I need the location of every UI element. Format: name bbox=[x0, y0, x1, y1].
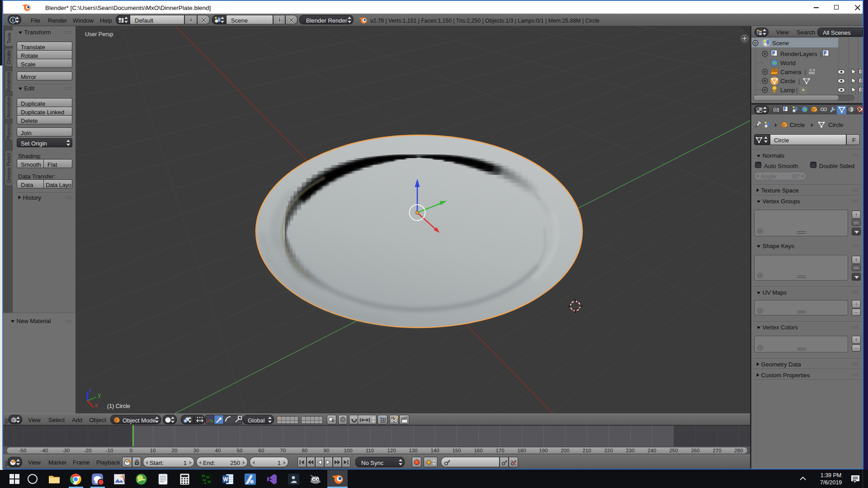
svg-text:10: 10 bbox=[202, 474, 205, 478]
svg-text:-10: -10 bbox=[106, 448, 113, 453]
svg-text:190: 190 bbox=[539, 448, 547, 453]
svg-text:-50: -50 bbox=[19, 448, 27, 453]
svg-text:-20: -20 bbox=[84, 448, 92, 453]
svg-text:100: 100 bbox=[344, 448, 352, 453]
svg-text:User Persp: User Persp bbox=[85, 31, 113, 38]
svg-text:W: W bbox=[223, 476, 228, 483]
svg-text:220: 220 bbox=[604, 448, 613, 453]
svg-text:260: 260 bbox=[691, 448, 699, 453]
svg-text:|: | bbox=[798, 78, 800, 84]
svg-text:y: y bbox=[98, 392, 101, 398]
svg-text:230: 230 bbox=[626, 448, 634, 453]
svg-text:160: 160 bbox=[474, 448, 482, 453]
svg-text:Circle: Circle bbox=[828, 122, 843, 128]
svg-text:50: 50 bbox=[237, 448, 243, 453]
svg-text:-30: -30 bbox=[62, 448, 70, 453]
svg-text:240: 240 bbox=[647, 448, 656, 453]
svg-text:Scene: Scene bbox=[772, 40, 789, 47]
svg-text:210: 210 bbox=[582, 448, 591, 453]
svg-text:Camera: Camera bbox=[780, 69, 802, 75]
svg-text:10: 10 bbox=[208, 480, 211, 483]
svg-text:Lamp: Lamp bbox=[780, 87, 795, 94]
svg-text:140: 140 bbox=[430, 448, 439, 453]
svg-text:11: 11 bbox=[203, 479, 206, 482]
svg-text:0: 0 bbox=[130, 448, 132, 453]
svg-text:110: 110 bbox=[366, 448, 374, 453]
svg-text:01: 01 bbox=[206, 476, 210, 479]
svg-text:250: 250 bbox=[669, 448, 678, 453]
svg-text:Circle: Circle bbox=[790, 122, 805, 128]
svg-text:90: 90 bbox=[324, 448, 330, 453]
svg-text:180: 180 bbox=[517, 448, 526, 453]
svg-text:30: 30 bbox=[193, 448, 199, 453]
svg-text:40: 40 bbox=[215, 448, 221, 453]
svg-text:0: 0 bbox=[204, 482, 206, 485]
svg-text:x: x bbox=[95, 402, 98, 408]
svg-text:i: i bbox=[12, 18, 14, 23]
svg-text:RenderLayers: RenderLayers bbox=[780, 51, 817, 57]
svg-text:120: 120 bbox=[387, 448, 396, 453]
svg-text:150: 150 bbox=[452, 448, 461, 453]
svg-text:(1) Circle: (1) Circle bbox=[107, 403, 130, 409]
svg-text:z: z bbox=[89, 387, 92, 393]
svg-text:60: 60 bbox=[259, 448, 264, 453]
svg-text:80: 80 bbox=[302, 448, 308, 453]
svg-text:280: 280 bbox=[734, 448, 743, 453]
svg-text:World: World bbox=[780, 60, 796, 66]
svg-text:200: 200 bbox=[561, 448, 569, 453]
svg-text:130: 130 bbox=[409, 448, 417, 453]
svg-text:10: 10 bbox=[150, 448, 156, 453]
svg-text:20: 20 bbox=[172, 448, 178, 453]
svg-text:-40: -40 bbox=[41, 448, 48, 453]
svg-text:|: | bbox=[805, 69, 806, 75]
svg-text:70: 70 bbox=[280, 448, 286, 453]
svg-text:Circle: Circle bbox=[780, 78, 795, 84]
svg-text:|: | bbox=[796, 87, 797, 94]
svg-text:|: | bbox=[820, 51, 821, 57]
svg-text:170: 170 bbox=[495, 448, 504, 453]
svg-text:270: 270 bbox=[712, 448, 721, 453]
